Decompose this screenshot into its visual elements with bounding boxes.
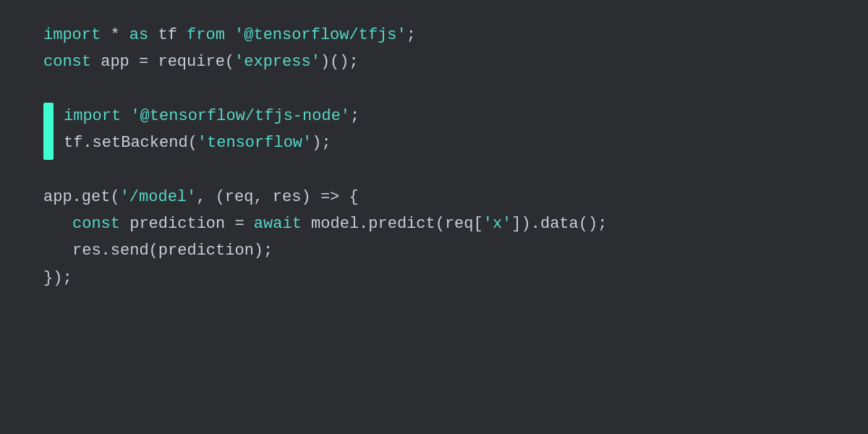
plain-12: model.predict(req[	[302, 210, 483, 237]
plain-1: *	[101, 22, 129, 48]
plain-9: app.get(	[43, 184, 120, 210]
highlight-bar	[43, 103, 54, 160]
plain-5: )();	[320, 48, 359, 75]
keyword-as: as	[129, 22, 148, 48]
blank-line-1	[43, 76, 825, 103]
plain-semi-2: ;	[350, 103, 359, 129]
plain-11: prediction =	[120, 210, 254, 237]
code-block: import * as tf from '@tensorflow/tfjs' ;…	[43, 22, 825, 292]
plain-3	[225, 22, 234, 48]
code-line-1: import * as tf from '@tensorflow/tfjs' ;	[43, 22, 825, 48]
plain-4: app = require(	[91, 48, 234, 75]
plain-14: res.send(prediction);	[72, 237, 273, 264]
string-tfjs-node: '@tensorflow/tfjs-node'	[130, 103, 350, 129]
code-line-7: res.send(prediction);	[43, 237, 825, 264]
plain-8: );	[312, 129, 331, 156]
code-line-4: tf.setBackend( 'tensorflow' );	[64, 129, 825, 156]
code-line-6: const prediction = await model.predict(r…	[43, 210, 825, 237]
keyword-await: await	[254, 210, 302, 237]
code-line-3: import '@tensorflow/tfjs-node' ;	[64, 103, 825, 129]
string-model-route: '/model'	[120, 184, 197, 210]
code-line-8: });	[43, 265, 825, 292]
plain-2: tf	[148, 22, 187, 48]
keyword-import-1: import	[43, 22, 101, 48]
string-tfjs: '@tensorflow/tfjs'	[234, 22, 407, 48]
plain-7: tf.setBackend(	[64, 129, 197, 156]
keyword-const-1: const	[43, 48, 91, 75]
blank-line-2	[43, 157, 825, 184]
keyword-import-2: import	[64, 103, 121, 129]
plain-semi-1: ;	[407, 22, 416, 48]
keyword-from: from	[187, 22, 225, 48]
string-tensorflow: 'tensorflow'	[197, 129, 312, 156]
plain-15: });	[43, 265, 72, 292]
code-line-2: const app = require( 'express' )();	[43, 48, 825, 75]
string-x: 'x'	[483, 210, 512, 237]
plain-6	[121, 103, 130, 129]
plain-10: , (req, res) => {	[196, 184, 358, 210]
string-express: 'express'	[234, 48, 320, 75]
keyword-const-2: const	[72, 210, 120, 237]
plain-13: ]).data();	[511, 210, 607, 237]
code-editor: import * as tf from '@tensorflow/tfjs' ;…	[0, 0, 868, 434]
highlighted-section: import '@tensorflow/tfjs-node' ; tf.setB…	[43, 103, 825, 157]
code-line-5: app.get( '/model' , (req, res) => {	[43, 184, 825, 210]
